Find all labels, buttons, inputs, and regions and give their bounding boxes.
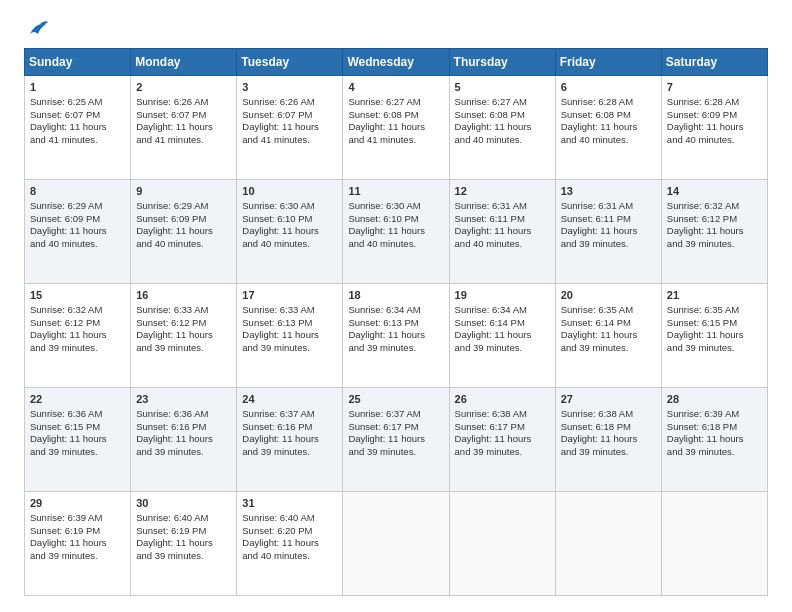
day-info-line: Sunrise: 6:38 AM	[455, 408, 550, 421]
day-info-line: Daylight: 11 hours	[136, 433, 231, 446]
calendar-cell: 12Sunrise: 6:31 AMSunset: 6:11 PMDayligh…	[449, 180, 555, 284]
calendar-week-row: 8Sunrise: 6:29 AMSunset: 6:09 PMDaylight…	[25, 180, 768, 284]
day-number: 11	[348, 184, 443, 199]
day-info-line: Sunset: 6:08 PM	[455, 109, 550, 122]
day-info-line: and 39 minutes.	[30, 446, 125, 459]
day-number: 31	[242, 496, 337, 511]
day-info-line: Daylight: 11 hours	[455, 433, 550, 446]
calendar-cell: 1Sunrise: 6:25 AMSunset: 6:07 PMDaylight…	[25, 76, 131, 180]
day-info-line: and 40 minutes.	[242, 238, 337, 251]
day-info-line: Daylight: 11 hours	[561, 225, 656, 238]
calendar-cell: 31Sunrise: 6:40 AMSunset: 6:20 PMDayligh…	[237, 492, 343, 596]
calendar-cell: 11Sunrise: 6:30 AMSunset: 6:10 PMDayligh…	[343, 180, 449, 284]
calendar-cell: 20Sunrise: 6:35 AMSunset: 6:14 PMDayligh…	[555, 284, 661, 388]
day-number: 14	[667, 184, 762, 199]
day-info-line: and 40 minutes.	[667, 134, 762, 147]
day-info-line: Sunset: 6:16 PM	[242, 421, 337, 434]
day-info-line: and 39 minutes.	[242, 446, 337, 459]
day-info-line: and 39 minutes.	[561, 446, 656, 459]
day-info-line: and 39 minutes.	[136, 446, 231, 459]
calendar-cell: 8Sunrise: 6:29 AMSunset: 6:09 PMDaylight…	[25, 180, 131, 284]
day-info-line: and 39 minutes.	[30, 550, 125, 563]
calendar-cell: 2Sunrise: 6:26 AMSunset: 6:07 PMDaylight…	[131, 76, 237, 180]
day-number: 20	[561, 288, 656, 303]
day-info-line: Daylight: 11 hours	[348, 433, 443, 446]
day-info-line: Sunrise: 6:29 AM	[136, 200, 231, 213]
day-info-line: Sunset: 6:19 PM	[30, 525, 125, 538]
day-number: 1	[30, 80, 125, 95]
day-info-line: Sunrise: 6:34 AM	[348, 304, 443, 317]
logo-text	[24, 20, 48, 38]
day-info-line: Sunrise: 6:37 AM	[348, 408, 443, 421]
day-info-line: Sunrise: 6:38 AM	[561, 408, 656, 421]
header	[24, 20, 768, 38]
day-info-line: and 39 minutes.	[561, 238, 656, 251]
day-info-line: Daylight: 11 hours	[348, 329, 443, 342]
day-info-line: Sunset: 6:09 PM	[667, 109, 762, 122]
day-info-line: Daylight: 11 hours	[136, 225, 231, 238]
day-info-line: Sunset: 6:12 PM	[30, 317, 125, 330]
day-info-line: Sunrise: 6:31 AM	[455, 200, 550, 213]
day-info-line: Daylight: 11 hours	[348, 225, 443, 238]
calendar-cell: 28Sunrise: 6:39 AMSunset: 6:18 PMDayligh…	[661, 388, 767, 492]
day-number: 26	[455, 392, 550, 407]
day-info-line: Sunrise: 6:32 AM	[667, 200, 762, 213]
day-info-line: Sunset: 6:17 PM	[455, 421, 550, 434]
day-number: 19	[455, 288, 550, 303]
day-info-line: and 39 minutes.	[242, 342, 337, 355]
day-number: 29	[30, 496, 125, 511]
day-info-line: and 39 minutes.	[455, 446, 550, 459]
day-info-line: Sunset: 6:15 PM	[667, 317, 762, 330]
day-info-line: Sunrise: 6:31 AM	[561, 200, 656, 213]
day-number: 3	[242, 80, 337, 95]
day-info-line: and 40 minutes.	[136, 238, 231, 251]
day-info-line: Sunset: 6:10 PM	[348, 213, 443, 226]
calendar-cell: 23Sunrise: 6:36 AMSunset: 6:16 PMDayligh…	[131, 388, 237, 492]
day-info-line: and 40 minutes.	[455, 238, 550, 251]
day-number: 22	[30, 392, 125, 407]
day-info-line: Daylight: 11 hours	[242, 225, 337, 238]
day-info-line: Sunrise: 6:29 AM	[30, 200, 125, 213]
day-info-line: Daylight: 11 hours	[561, 433, 656, 446]
day-info-line: and 39 minutes.	[667, 342, 762, 355]
day-number: 9	[136, 184, 231, 199]
day-info-line: Daylight: 11 hours	[30, 225, 125, 238]
day-info-line: Sunset: 6:20 PM	[242, 525, 337, 538]
day-info-line: Daylight: 11 hours	[242, 329, 337, 342]
day-info-line: Daylight: 11 hours	[455, 225, 550, 238]
day-info-line: Sunset: 6:07 PM	[30, 109, 125, 122]
calendar-cell: 16Sunrise: 6:33 AMSunset: 6:12 PMDayligh…	[131, 284, 237, 388]
calendar-week-row: 22Sunrise: 6:36 AMSunset: 6:15 PMDayligh…	[25, 388, 768, 492]
day-info-line: Sunrise: 6:30 AM	[242, 200, 337, 213]
calendar-cell: 25Sunrise: 6:37 AMSunset: 6:17 PMDayligh…	[343, 388, 449, 492]
day-info-line: and 41 minutes.	[30, 134, 125, 147]
calendar-cell: 17Sunrise: 6:33 AMSunset: 6:13 PMDayligh…	[237, 284, 343, 388]
day-info-line: and 39 minutes.	[348, 342, 443, 355]
day-info-line: and 40 minutes.	[242, 550, 337, 563]
day-info-line: Sunrise: 6:36 AM	[30, 408, 125, 421]
day-info-line: Sunrise: 6:35 AM	[561, 304, 656, 317]
day-info-line: Sunset: 6:11 PM	[561, 213, 656, 226]
day-number: 30	[136, 496, 231, 511]
logo-bird-icon	[26, 20, 48, 38]
day-info-line: Sunset: 6:10 PM	[242, 213, 337, 226]
calendar-cell: 19Sunrise: 6:34 AMSunset: 6:14 PMDayligh…	[449, 284, 555, 388]
day-number: 24	[242, 392, 337, 407]
calendar-cell: 6Sunrise: 6:28 AMSunset: 6:08 PMDaylight…	[555, 76, 661, 180]
day-info-line: and 39 minutes.	[136, 550, 231, 563]
day-info-line: and 39 minutes.	[667, 238, 762, 251]
day-number: 2	[136, 80, 231, 95]
day-info-line: and 39 minutes.	[667, 446, 762, 459]
day-info-line: Daylight: 11 hours	[667, 225, 762, 238]
day-info-line: Daylight: 11 hours	[561, 329, 656, 342]
day-info-line: Daylight: 11 hours	[136, 329, 231, 342]
calendar-table: SundayMondayTuesdayWednesdayThursdayFrid…	[24, 48, 768, 596]
calendar-cell: 9Sunrise: 6:29 AMSunset: 6:09 PMDaylight…	[131, 180, 237, 284]
day-number: 8	[30, 184, 125, 199]
calendar-header-sunday: Sunday	[25, 49, 131, 76]
day-info-line: Daylight: 11 hours	[455, 329, 550, 342]
calendar-week-row: 1Sunrise: 6:25 AMSunset: 6:07 PMDaylight…	[25, 76, 768, 180]
calendar-cell: 5Sunrise: 6:27 AMSunset: 6:08 PMDaylight…	[449, 76, 555, 180]
day-info-line: and 40 minutes.	[561, 134, 656, 147]
day-info-line: Sunset: 6:13 PM	[348, 317, 443, 330]
